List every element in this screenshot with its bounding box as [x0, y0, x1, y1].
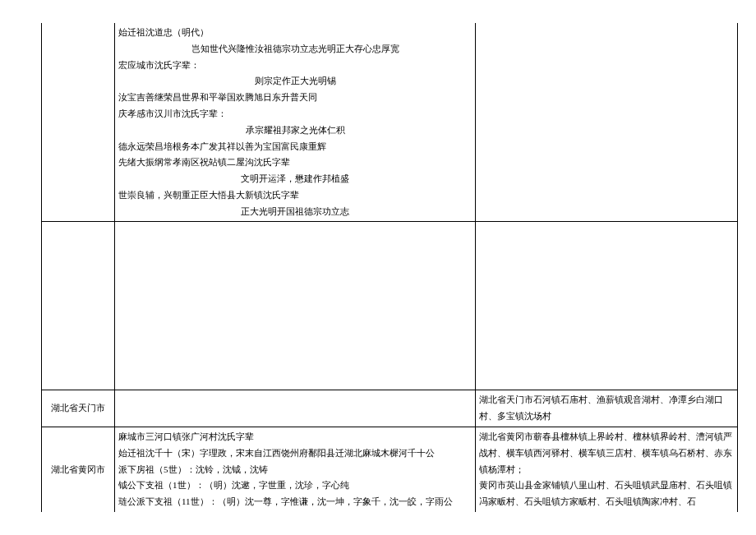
table-row: 始迁祖沈道忠（明代） 岂知世代兴隆惟汝祖德宗功立志光明正大存心忠厚宽 宏应城市沈… — [42, 23, 738, 222]
text-line: 琏公派下支祖（11世）：（明）沈一尊，字惟谦，沈一坤，字象千，沈一皎，字雨公 — [118, 494, 472, 510]
text-line: 承宗耀祖邦家之光体仁积 — [118, 122, 472, 139]
text-line: 庆孝感市汉川市沈氏字辈： — [118, 106, 472, 122]
text-line: 钺公下支祖（1世）：（明）沈遬，字世重，沈珍，字心纯 — [118, 477, 472, 494]
text-line: 则宗定作正大光明锡 — [118, 73, 472, 90]
text-line: 麻城市三河口镇张广河村沈氏字辈 — [118, 429, 472, 445]
cell-content: 麻城市三河口镇张广河村沈氏字辈 始迁祖沈千十（宋）字理政，宋末自江西饶州府鄱阳县… — [115, 427, 476, 512]
table-row — [42, 222, 738, 390]
document-page: 始迁祖沈道忠（明代） 岂知世代兴隆惟汝祖德宗功立志光明正大存心忠厚宽 宏应城市沈… — [41, 23, 715, 512]
text-line: 宏应城市沈氏字辈： — [118, 58, 472, 74]
text: 湖北省天门市石河镇石庙村、渔薪镇观音湖村、净潭乡白湖口村、多宝镇沈场村 — [479, 394, 723, 421]
cell-region: 湖北省黄冈市 — [42, 427, 115, 512]
table-row: 湖北省黄冈市 麻城市三河口镇张广河村沈氏字辈 始迁祖沈千十（宋）字理政，宋末自江… — [42, 427, 738, 512]
text-line: 正大光明开国祖德宗功立志 — [118, 204, 472, 220]
text: 湖北省黄冈市蕲春县檀林镇上界岭村、檀林镇界岭村、漕河镇严战村、横车镇西河驿村、横… — [479, 431, 732, 506]
cell-locations — [476, 23, 738, 222]
cell-content: 始迁祖沈道忠（明代） 岂知世代兴隆惟汝祖德宗功立志光明正大存心忠厚宽 宏应城市沈… — [115, 23, 476, 222]
cell-locations: 湖北省天门市石河镇石庙村、渔薪镇观音湖村、净潭乡白湖口村、多宝镇沈场村 — [476, 390, 738, 427]
cell-locations: 湖北省黄冈市蕲春县檀林镇上界岭村、檀林镇界岭村、漕河镇严战村、横车镇西河驿村、横… — [476, 427, 738, 512]
table-row: 湖北省天门市 湖北省天门市石河镇石庙村、渔薪镇观音湖村、净潭乡白湖口村、多宝镇沈… — [42, 390, 738, 427]
text-line: 派下房祖（5世）：沈铃，沈钺，沈铸 — [118, 462, 472, 478]
cell-region — [42, 222, 115, 390]
text-line: 先绪大振纲常孝南区祝站镇二屋沟沈氏字辈 — [118, 155, 472, 171]
main-table: 始迁祖沈道忠（明代） 岂知世代兴隆惟汝祖德宗功立志光明正大存心忠厚宽 宏应城市沈… — [41, 23, 738, 512]
text-line: 岂知世代兴隆惟汝祖德宗功立志光明正大存心忠厚宽 — [118, 41, 472, 58]
text-line: 汝宝吉善继荣昌世界和平举国欢腾旭日东升普天同 — [118, 90, 472, 106]
cell-content — [115, 390, 476, 427]
cell-region: 湖北省天门市 — [42, 390, 115, 427]
cell-content — [115, 222, 476, 390]
text: 湖北省天门市 — [51, 403, 105, 413]
text-line: 始迁祖沈道忠（明代） — [118, 25, 472, 41]
cell-locations — [476, 222, 738, 390]
text-line: 德永远荣昌培根务本广发其祥以善为宝国富民康重辉 — [118, 139, 472, 155]
text-line: 文明开运泽，懋建作邦植盛 — [118, 171, 472, 187]
text-line: 世崇良辅，兴朝重正臣大悟县大新镇沈氏字辈 — [118, 187, 472, 204]
cell-region — [42, 23, 115, 222]
text-line: 始迁祖沈千十（宋）字理政，宋末自江西饶州府鄱阳县迁湖北麻城木樨河千十公 — [118, 445, 472, 462]
text: 湖北省黄冈市 — [51, 464, 105, 474]
